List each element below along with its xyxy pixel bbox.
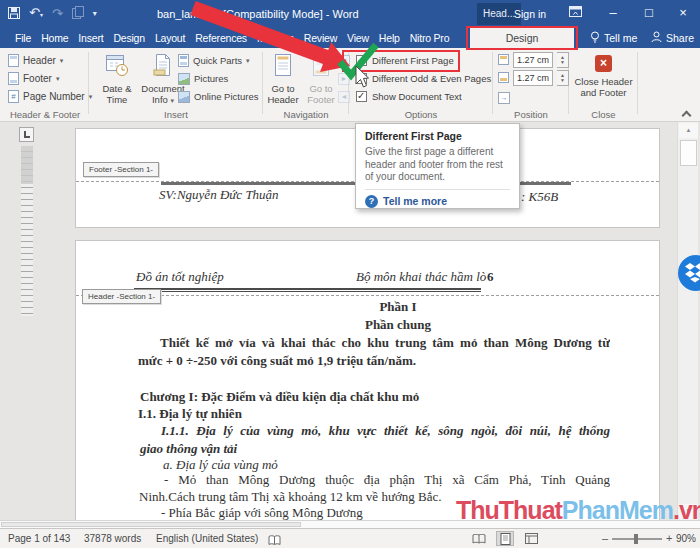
ribbon-display-options-icon[interactable] xyxy=(560,0,590,28)
close-button[interactable]: × xyxy=(668,0,698,28)
footer-class-text: : K56B xyxy=(521,189,558,205)
zoom-level[interactable]: 90% xyxy=(676,529,696,548)
tab-review[interactable]: Review xyxy=(299,28,342,48)
header-section-tag: Header -Section 1- xyxy=(82,289,161,304)
zoom-slider-thumb[interactable] xyxy=(634,534,638,544)
language-indicator[interactable]: English (United States) xyxy=(156,529,258,548)
body-line-2: Ninh.Cách trung tâm Thị xã khoảng 12 km … xyxy=(139,489,442,505)
pictures-icon xyxy=(178,73,190,85)
maximize-button[interactable]: □ xyxy=(634,0,664,28)
chapter-heading: Chương I: Đặc Điểm và điều kiện địa chất… xyxy=(140,389,419,405)
online-pictures-icon xyxy=(178,91,190,103)
group-label: Close xyxy=(570,109,637,120)
page-number-text: 6 xyxy=(487,269,494,285)
tooltip-divider xyxy=(365,189,510,190)
group-label: Navigation xyxy=(264,109,348,120)
header-from-top-input[interactable] xyxy=(513,52,553,68)
different-odd-even-checkbox[interactable]: Different Odd & Even Pages xyxy=(356,71,491,85)
web-layout-icon[interactable] xyxy=(522,531,540,546)
read-mode-icon[interactable] xyxy=(470,531,488,546)
save-icon[interactable] xyxy=(8,5,20,23)
scrollbar-thumb[interactable] xyxy=(1,522,301,527)
go-to-header-icon xyxy=(273,53,293,77)
customize-qat-icon[interactable]: ▾ xyxy=(93,0,97,28)
group-label: Header & Footer xyxy=(2,109,88,120)
tell-me-button[interactable]: Tell me xyxy=(590,28,637,48)
tab-view[interactable]: View xyxy=(342,28,374,48)
tab-home[interactable]: Home xyxy=(36,28,73,48)
tab-help[interactable]: Help xyxy=(374,28,405,48)
share-button[interactable]: Share xyxy=(651,28,694,48)
group-label: Position xyxy=(494,109,568,120)
intro-line-2: mức + 0 ÷-250 với công suất mỏ 1,9 triệu… xyxy=(138,353,416,369)
footer-button[interactable]: Footer▾ xyxy=(8,71,59,86)
scroll-up-icon[interactable]: ▲ xyxy=(679,123,698,138)
footer-position-icon xyxy=(498,72,509,83)
pictures-button[interactable]: Pictures xyxy=(178,71,228,86)
online-pictures-button[interactable]: Online Pictures xyxy=(178,89,258,104)
copy-icon[interactable] xyxy=(72,5,84,23)
tell-me-more-link[interactable]: ? Tell me more xyxy=(365,195,510,208)
dropdown-icon: ▾ xyxy=(170,97,174,104)
zoom-out-icon[interactable]: – xyxy=(602,529,608,548)
checkbox-unchecked-icon xyxy=(356,73,367,84)
tab-nitro-pro[interactable]: Nitro Pro xyxy=(405,28,455,48)
person-icon xyxy=(651,31,662,45)
redo-icon[interactable]: ↷ xyxy=(52,0,63,28)
group-close: × Close Header and Footer Close xyxy=(570,48,637,122)
window-title: ban_lam.doc [Compatibility Mode] - Word xyxy=(157,0,359,28)
header-border-line xyxy=(134,288,481,292)
page-number-icon: # xyxy=(8,90,19,103)
tab-file[interactable]: File xyxy=(10,28,36,48)
document-page-2[interactable]: Đồ án tốt nghiệp Bộ môn khai thác hầm lò… xyxy=(75,240,660,520)
minimize-button[interactable]: – xyxy=(598,0,628,28)
quick-parts-button[interactable]: Quick Parts▾ xyxy=(178,53,250,68)
date-time-button[interactable]: Date & Time xyxy=(96,50,138,116)
tooltip-body: Give the first page a different header a… xyxy=(365,146,510,184)
tab-references[interactable]: References xyxy=(190,28,252,48)
tab-insert[interactable]: Insert xyxy=(73,28,108,48)
header-button[interactable]: Header▾ xyxy=(8,53,63,68)
print-layout-icon[interactable] xyxy=(496,531,514,546)
close-header-footer-icon: × xyxy=(595,55,612,72)
section-heading: I.1. Địa lý tự nhiên xyxy=(138,406,242,422)
tab-selector[interactable] xyxy=(19,127,34,142)
spinner-icon[interactable]: ▲▼ xyxy=(557,52,569,68)
annotation-box-design-tab xyxy=(466,26,578,50)
next-section-icon: ► xyxy=(338,73,350,85)
go-to-header-button[interactable]: Go to Header xyxy=(264,50,302,116)
sign-in-button[interactable]: Sign in xyxy=(514,0,546,28)
vertical-scrollbar[interactable]: ▲ ▼ xyxy=(677,122,698,520)
tab-mailings[interactable]: Mailings xyxy=(252,28,299,48)
spinner-icon[interactable]: ▲▼ xyxy=(557,70,569,86)
subsection-line-2: giao thông vận tải xyxy=(140,441,237,457)
page-number-button[interactable]: # Page Number▾ xyxy=(8,89,92,104)
previous-section-button[interactable]: ◄ xyxy=(338,89,350,104)
dropdown-icon: ▾ xyxy=(246,57,250,65)
dropbox-badge-icon[interactable] xyxy=(678,255,700,291)
insert-alignment-tab-button[interactable]: → xyxy=(498,90,510,105)
undo-icon[interactable]: ↶▾ xyxy=(29,0,43,29)
page-header-right: Bộ môn khai thác hầm lò xyxy=(356,269,486,285)
go-to-footer-button[interactable]: Go to Footer xyxy=(302,50,340,116)
header-icon xyxy=(8,54,19,67)
zoom-in-icon[interactable]: + xyxy=(666,529,672,548)
watermark: ThuThuatPhanMem.vn xyxy=(456,496,700,525)
subsection-line-1: I.1.1. Địa lý của vùng mỏ, khu vực thiết… xyxy=(138,423,610,440)
show-document-text-checkbox[interactable]: Show Document Text xyxy=(356,89,462,103)
page-count[interactable]: Page 1 of 143 xyxy=(8,529,70,548)
group-navigation: Go to Header Go to Footer ◄ ► ◄ Navigati… xyxy=(264,48,348,122)
footer-from-bottom-input[interactable] xyxy=(513,70,553,86)
ribbon-tab-bar: File Home Insert Design Layout Reference… xyxy=(0,28,700,48)
body-line-1: - Mỏ than Mông Dương thuộc địa phận Thị … xyxy=(138,472,610,489)
part-title: Phần I xyxy=(138,299,608,315)
next-section-button[interactable]: ► xyxy=(338,71,350,86)
previous-section-icon: ◄ xyxy=(338,91,350,103)
scrollbar-thumb[interactable] xyxy=(680,140,697,166)
tab-design[interactable]: Design xyxy=(108,28,149,48)
lightbulb-icon xyxy=(590,31,600,46)
proofing-icon[interactable] xyxy=(268,533,281,548)
word-count[interactable]: 37878 words xyxy=(84,529,141,548)
close-header-footer-button[interactable]: × Close Header and Footer xyxy=(570,55,637,98)
tab-layout[interactable]: Layout xyxy=(150,28,190,48)
